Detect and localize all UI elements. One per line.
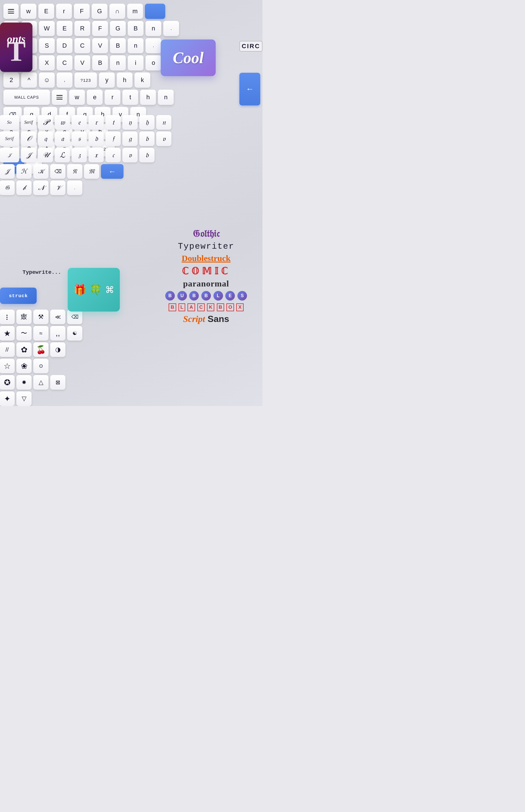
key-sym-half-circle[interactable]: ◑ [50, 342, 65, 357]
key-C2[interactable]: C [57, 55, 73, 71]
key-sym-yin[interactable]: ☯ [67, 326, 82, 341]
key-gothic-P[interactable]: 𝒫 [38, 115, 53, 130]
key-w[interactable]: w [20, 4, 36, 19]
key-sym-double-slash[interactable]: // [0, 342, 15, 357]
key-sym-star[interactable]: ★ [0, 326, 15, 341]
key-comma1[interactable]: , [57, 73, 73, 88]
key-gothic-L[interactable]: ℒ [55, 148, 70, 162]
key-r2[interactable]: r [105, 90, 120, 105]
key-sym-star3[interactable]: ✦ [0, 391, 15, 406]
font-bubbles[interactable]: B U B B L E S [161, 291, 251, 301]
font-script-sans[interactable]: Script Sans [161, 314, 251, 324]
key-gothic-d[interactable]: 𝔡 [89, 131, 104, 146]
key-n[interactable]: n [146, 21, 161, 36]
key-S[interactable]: S [39, 38, 55, 53]
key-backspace-gothic[interactable]: ⌫ [50, 164, 65, 179]
key-J[interactable]: 𝒥 [0, 148, 19, 162]
key-sym-flower2[interactable]: ❀ [16, 359, 32, 373]
key-gothic-M[interactable]: 𝔐 [84, 164, 99, 179]
key-gothic-g[interactable]: 𝔤 [122, 131, 138, 146]
key-gothic-J[interactable]: 𝒥 [0, 164, 15, 179]
key-gothic-w[interactable]: 𝔴 [55, 115, 70, 130]
key-sym-comma-double[interactable]: ,, [50, 326, 65, 341]
key-n3[interactable]: n [110, 55, 126, 71]
key-gothic-q[interactable]: 𝔮 [38, 131, 53, 146]
key-V2[interactable]: V [74, 55, 90, 71]
key-enter-gothic[interactable]: ← [101, 164, 123, 179]
key-gothic-v2[interactable]: 𝔳 [156, 131, 171, 146]
key-X[interactable]: X [39, 55, 55, 71]
key-gothic-t[interactable]: 𝔱 [105, 115, 121, 130]
key-caret[interactable]: ^ [21, 73, 37, 88]
key-sym-cherry[interactable]: 🍒 [33, 342, 48, 357]
key-i[interactable]: i [128, 55, 144, 71]
key-sym-swirl1[interactable]: 〜 [16, 326, 32, 341]
key-serif-2[interactable]: Serif [21, 115, 36, 130]
key-y[interactable]: y [99, 73, 115, 88]
key-k[interactable]: k [135, 73, 150, 88]
key-R[interactable]: R [74, 21, 90, 36]
key-q123-1[interactable]: ?123 [74, 73, 97, 88]
key-gothic-H[interactable]: ℋ [16, 164, 32, 179]
key-sym-flower3[interactable]: ✸ [16, 375, 32, 390]
key-sym-triangle[interactable]: △ [33, 375, 48, 390]
key-C[interactable]: C [74, 38, 90, 53]
key-gothic-y[interactable]: 𝔶 [122, 115, 138, 130]
key-t[interactable]: t [122, 90, 138, 105]
key-gothic-B3[interactable]: 𝒷 [16, 180, 32, 195]
font-typewriter[interactable]: Typewriter [161, 242, 251, 251]
key-E[interactable]: E [38, 4, 54, 19]
key-h2[interactable]: h [140, 90, 156, 105]
key-sym-backspace[interactable]: ⌫ [67, 310, 82, 324]
key-gothic-s[interactable]: 𝔰 [72, 131, 87, 146]
key-hamburger2[interactable] [52, 90, 67, 105]
font-gothic[interactable]: 𝔊𝔬𝔩𝔱𝔥𝔦𝔠 [161, 228, 251, 239]
key-r[interactable]: r [56, 4, 72, 19]
key-blue-right[interactable] [145, 4, 165, 19]
key-D[interactable]: D [57, 38, 73, 53]
key-G2[interactable]: G [110, 21, 126, 36]
key-gothic-e[interactable]: 𝔢 [72, 115, 87, 130]
key-gothic-v[interactable]: 𝔳 [122, 148, 138, 162]
key-gothic-r[interactable]: 𝔯 [89, 115, 104, 130]
key-G[interactable]: G [92, 4, 107, 19]
key-dot1[interactable]: . [163, 21, 179, 36]
key-sym-star2[interactable]: ☆ [0, 359, 15, 373]
key-smile[interactable]: ☺ [39, 73, 55, 88]
key-gothic-I[interactable]: 𝒥 [21, 148, 36, 162]
key-n2[interactable]: n [128, 38, 144, 53]
key-e2[interactable]: e [87, 90, 103, 105]
key-gothic-O[interactable]: 𝒪 [21, 131, 36, 146]
font-paranormal[interactable]: paranormal [161, 279, 251, 288]
key-gothic-x[interactable]: 𝔵 [89, 148, 104, 162]
key-cap-union[interactable]: ∩ [109, 4, 125, 19]
key-h[interactable]: h [117, 73, 133, 88]
key-gothic-dot[interactable]: . [67, 180, 82, 195]
key-sym-flower1[interactable]: ✿ [16, 342, 32, 357]
key-F2[interactable]: F [92, 21, 108, 36]
key-hamburger[interactable] [3, 4, 19, 19]
key-w2[interactable]: w [69, 90, 85, 105]
key-n4[interactable]: n [158, 90, 174, 105]
key-F[interactable]: F [74, 4, 90, 19]
font-comic[interactable]: ℂ𝕆𝕄𝕀ℂ [161, 265, 251, 276]
key-gothic-N[interactable]: 𝔑 [67, 164, 82, 179]
key-gothic-a[interactable]: 𝔞 [55, 131, 70, 146]
key-gothic-G[interactable]: 𝔊 [0, 180, 15, 195]
font-blackbox[interactable]: B L A C K B O X [161, 303, 251, 312]
key-sym-circle-lines[interactable]: ⊙ [33, 359, 48, 373]
key-gothic-K[interactable]: 𝒦 [33, 164, 48, 179]
key-gothic-h[interactable]: 𝔥 [139, 115, 154, 130]
key-gothic-n[interactable]: 𝔫 [156, 115, 171, 130]
key-W[interactable]: W [39, 21, 55, 36]
key-mall-caps[interactable]: MALL CAPS [3, 90, 50, 105]
key-backspace-1[interactable]: ← [239, 73, 260, 105]
key-o[interactable]: o [146, 55, 161, 71]
key-sym-person[interactable]: 🕸 [16, 310, 32, 324]
key-gothic-b[interactable]: 𝔟 [139, 131, 154, 146]
key-gothic-f[interactable]: 𝔣 [105, 131, 121, 146]
font-doublestruck[interactable]: Doublestruck [161, 254, 251, 263]
key-m[interactable]: m [127, 4, 143, 19]
key-E2[interactable]: E [57, 21, 73, 36]
key-gothic-b2[interactable]: 𝔟 [139, 148, 154, 162]
